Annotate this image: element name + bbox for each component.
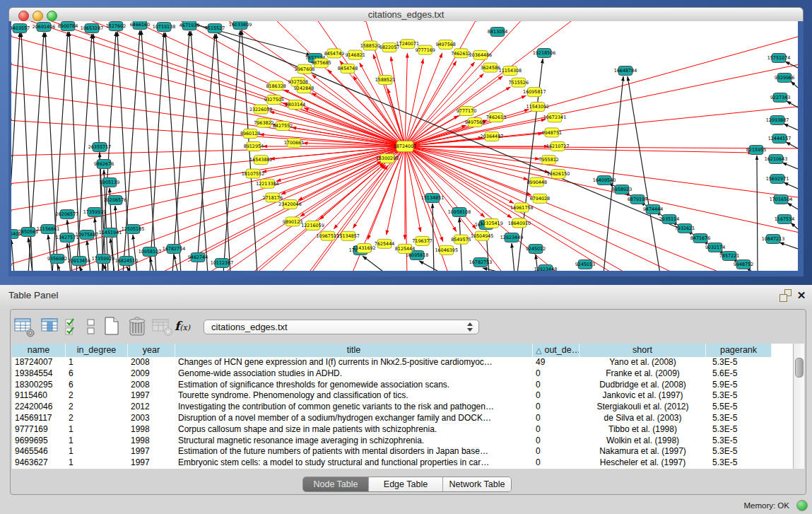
network-window-titlebar[interactable]: citations_edges.txt [8, 7, 804, 23]
graph-node[interactable]: 9890123 [283, 217, 302, 226]
graph-node[interactable]: 13626150 [547, 169, 570, 178]
create-table-button[interactable] [105, 317, 122, 341]
graph-node[interactable]: 9329966 [775, 74, 794, 83]
graph-node[interactable]: 9497568 [435, 40, 455, 49]
graph-edge[interactable] [141, 30, 156, 271]
graph-node[interactable]: 6794028 [530, 194, 550, 203]
graph-edge[interactable] [18, 21, 405, 146]
graph-node[interactable]: 18724007 [394, 141, 417, 152]
graph-node[interactable]: 12216059 [301, 221, 324, 230]
select-rows-button[interactable] [65, 318, 82, 341]
graph-node[interactable]: 5905139 [100, 178, 119, 187]
graph-edge[interactable] [252, 146, 405, 271]
graph-node[interactable]: 8454749 [324, 49, 344, 58]
graph-node[interactable]: 10653287 [81, 24, 104, 33]
graph-edge[interactable] [216, 34, 230, 271]
graph-node[interactable]: 8125444 [395, 244, 415, 253]
graph-node[interactable]: 10847213 [762, 235, 785, 244]
graph-node[interactable]: 18640910 [508, 218, 531, 228]
graph-edge[interactable] [405, 53, 407, 146]
graph-node[interactable]: 9948751 [542, 128, 562, 137]
table-row[interactable]: 946362711997Embryonic stem cells: a mode… [12, 457, 793, 469]
graph-node[interactable]: 15134857 [336, 231, 360, 240]
graph-node[interactable]: 1700661 [284, 139, 304, 148]
graph-node[interactable]: 20364486 [469, 50, 493, 59]
delete-table-button[interactable] [128, 317, 148, 341]
graph-edge[interactable] [787, 203, 798, 209]
graph-node[interactable]: 10719138 [153, 23, 176, 32]
graph-node[interactable]: 16961758 [510, 203, 534, 212]
graph-node[interactable]: 10958108 [448, 208, 471, 217]
graph-node[interactable]: 7857221 [719, 252, 739, 261]
graph-node[interactable]: 11543092 [526, 102, 550, 111]
graph-edge[interactable] [779, 243, 798, 249]
table-row[interactable]: 969969511998Structural magnetic resonanc… [12, 436, 793, 447]
graph-node[interactable]: 9242848 [294, 84, 314, 93]
graph-node[interactable]: 2803144 [286, 100, 305, 110]
graph-edge[interactable] [133, 235, 137, 271]
graph-node[interactable]: 11154308 [499, 66, 522, 76]
graph-edge[interactable] [405, 146, 798, 198]
graph-node[interactable]: 1527602 [106, 22, 126, 31]
graph-edge[interactable] [40, 21, 405, 146]
graph-edge[interactable] [483, 268, 506, 271]
graph-node[interactable]: 12093887 [766, 116, 789, 125]
table-row[interactable]: 1456911722003Disruption of a novel membe… [12, 413, 793, 424]
graph-node[interactable]: 15751074 [767, 54, 791, 63]
table-vertical-scrollbar[interactable] [793, 344, 804, 469]
graph-edge[interactable] [363, 256, 386, 271]
graph-node[interactable]: 16210643 [765, 155, 788, 164]
graph-node[interactable]: 7955812 [539, 156, 558, 165]
graph-node[interactable]: 8427552 [273, 122, 293, 131]
graph-node[interactable]: 16095817 [523, 88, 546, 97]
table-mode-button[interactable] [14, 317, 35, 341]
graph-node[interactable]: 12444157 [768, 134, 792, 144]
tab-edge-table[interactable]: Edge Table [368, 477, 442, 491]
graph-node[interactable]: 8549575 [451, 235, 471, 244]
graph-node[interactable]: 8454748 [338, 64, 358, 74]
graph-node[interactable]: 9245013 [575, 260, 595, 269]
tab-node-table[interactable]: Node Table [303, 477, 368, 491]
graph-edge[interactable] [419, 261, 442, 271]
graph-node[interactable]: 26355717 [88, 143, 112, 152]
graph-node[interactable]: 10967512 [317, 231, 340, 240]
graph-edge[interactable] [373, 54, 405, 146]
graph-node[interactable]: 8215955 [746, 146, 766, 155]
graph-node[interactable]: 4671938 [180, 21, 199, 30]
graph-edge[interactable] [174, 255, 178, 271]
graph-node[interactable]: 12923449 [500, 233, 524, 243]
column-header-out_de[interactable]: △out_de… [533, 344, 579, 357]
graph-edge[interactable] [123, 30, 140, 271]
network-view-canvas[interactable]: 4403557206914068900784106532871527602646… [11, 21, 798, 271]
graph-node[interactable]: 9462744 [188, 253, 208, 262]
graph-node[interactable]: 7462612 [451, 49, 471, 58]
graph-node[interactable]: 10504945 [471, 231, 494, 240]
graph-edge[interactable] [757, 156, 758, 271]
graph-node[interactable]: 9777170 [457, 107, 476, 116]
graph-node[interactable]: 9948752 [734, 260, 753, 269]
table-row[interactable]: 1938455462009Genome-wide association stu… [12, 368, 793, 380]
table-row[interactable]: 977716911998Corpus callosum shape and si… [12, 424, 793, 436]
graph-node[interactable]: 16033809 [229, 21, 252, 30]
graph-node[interactable]: 20364487 [481, 132, 504, 141]
graph-node[interactable]: 20691406 [33, 23, 56, 32]
graph-node[interactable]: 1588520 [360, 41, 380, 50]
column-header-year[interactable]: year [128, 344, 175, 357]
table-row[interactable]: 2242004622012Investigating the contribut… [12, 402, 793, 413]
graph-node[interactable]: 6879197 [628, 195, 647, 204]
graph-edge[interactable] [791, 223, 798, 229]
graph-node[interactable]: 7625444 [375, 239, 394, 248]
graph-edge[interactable] [11, 146, 405, 238]
graph-node[interactable]: 9875685 [311, 59, 331, 68]
graph-node[interactable]: 8186328 [266, 81, 286, 90]
graph-node[interactable]: 16648784 [614, 66, 637, 76]
graph-node[interactable]: 8990448 [527, 177, 547, 187]
graph-edge[interactable] [11, 146, 405, 156]
graph-node[interactable]: 8900784 [58, 22, 78, 31]
graph-node[interactable]: 3624586 [481, 63, 500, 72]
graph-edge[interactable] [787, 101, 798, 107]
column-header-in_degree[interactable]: in_degree [66, 344, 128, 357]
close-panel-icon[interactable]: ✕ [795, 287, 808, 304]
graph-edge[interactable] [782, 163, 798, 169]
graph-edge[interactable] [786, 142, 798, 148]
